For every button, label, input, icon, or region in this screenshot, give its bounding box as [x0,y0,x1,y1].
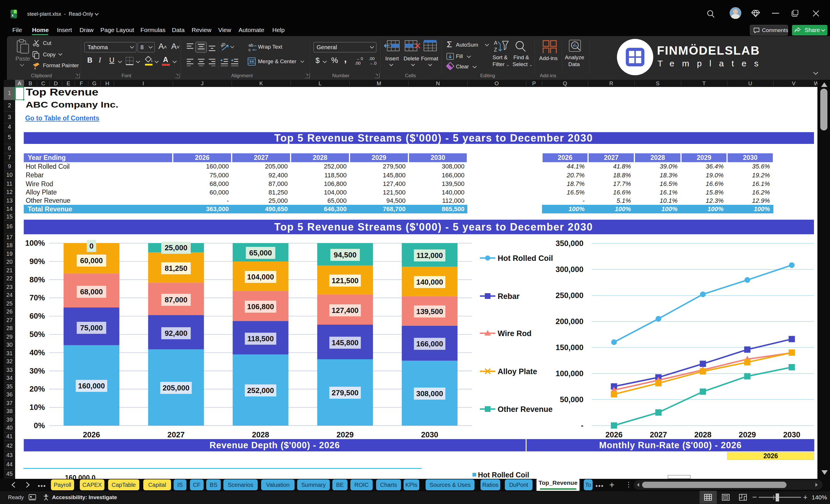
svg-text:.00: .00 [369,56,375,61]
svg-text:90%: 90% [29,257,45,266]
svg-text:100%: 100% [25,239,45,247]
svg-text:2026: 2026 [83,431,100,439]
svg-text:118,500: 118,500 [247,335,274,343]
svg-text:100,000: 100,000 [555,369,583,378]
svg-text:x: x [11,13,14,18]
svg-text:81,250: 81,250 [165,264,188,273]
svg-text:166,000: 166,000 [416,340,443,348]
svg-text:106,800: 106,800 [247,302,274,311]
svg-text:80%: 80% [29,276,45,284]
svg-text:40%: 40% [29,348,45,357]
svg-text:92,400: 92,400 [165,329,188,338]
svg-text:300,000: 300,000 [555,265,583,274]
svg-text:20%: 20% [29,385,45,393]
svg-text:250,000: 250,000 [555,291,583,300]
svg-text:87,000: 87,000 [165,295,188,304]
svg-text:Other Revenue: Other Revenue [498,405,552,414]
svg-text:104,000: 104,000 [247,273,274,281]
svg-text:2026: 2026 [605,431,622,439]
svg-text:75,000: 75,000 [80,323,103,332]
svg-text:50,000: 50,000 [560,395,583,404]
svg-text:50%: 50% [29,330,45,339]
svg-text:252,000: 252,000 [247,386,274,395]
svg-text:139,500: 139,500 [416,307,443,316]
svg-text:112,000: 112,000 [416,251,443,260]
svg-text:30%: 30% [29,367,45,375]
svg-text:→.0: →.0 [369,61,377,65]
svg-text:10%: 10% [29,403,45,412]
svg-text:65,000: 65,000 [249,249,272,257]
svg-text:150,000: 150,000 [555,343,583,352]
svg-text:140,000: 140,000 [416,278,443,286]
svg-text:Alloy Plate: Alloy Plate [498,367,537,376]
svg-text:145,800: 145,800 [332,338,359,347]
svg-text:2028: 2028 [252,431,269,439]
svg-text:Rebar: Rebar [498,292,520,301]
svg-text:-: - [581,421,583,430]
svg-text:68,000: 68,000 [80,287,103,296]
svg-text:160,000: 160,000 [78,382,105,390]
svg-text:2027: 2027 [167,431,185,439]
svg-text:Wire Rod: Wire Rod [498,329,532,338]
svg-text:2029: 2029 [337,431,354,439]
svg-text:←0: ←0 [356,56,363,61]
svg-text:200,000: 200,000 [555,317,583,326]
svg-text:Z: Z [494,47,497,53]
svg-text:2029: 2029 [739,431,756,439]
svg-text:2030: 2030 [783,431,800,439]
svg-text:279,500: 279,500 [332,388,359,397]
svg-text:Hot Rolled Coil: Hot Rolled Coil [498,254,553,262]
svg-text:25,000: 25,000 [165,244,188,252]
svg-text:ab: ab [249,43,253,48]
svg-text:205,000: 205,000 [162,384,189,392]
svg-text:60%: 60% [29,312,45,320]
svg-text:308,000: 308,000 [416,389,443,398]
svg-text:127,400: 127,400 [332,306,359,315]
svg-text:70%: 70% [29,293,45,302]
svg-text:121,500: 121,500 [332,276,359,285]
svg-text:60,000: 60,000 [80,256,103,265]
svg-text:0%: 0% [34,421,45,430]
svg-text:2027: 2027 [650,431,667,439]
svg-text:94,500: 94,500 [334,251,357,259]
svg-text:.00: .00 [355,61,361,65]
svg-text:c: c [249,47,251,52]
svg-text:2030: 2030 [421,431,438,439]
svg-text:2028: 2028 [694,431,711,439]
svg-text:350,000: 350,000 [555,239,583,248]
svg-text:0: 0 [90,242,94,250]
svg-text:A: A [494,40,498,46]
